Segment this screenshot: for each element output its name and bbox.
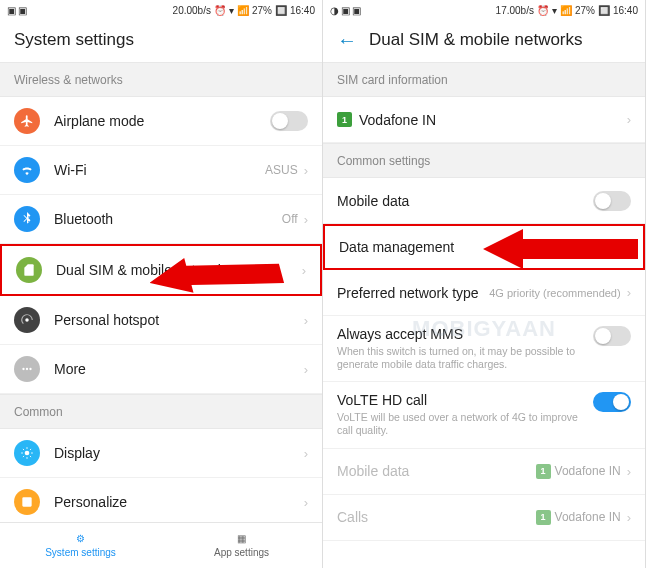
bluetooth-icon (14, 206, 40, 232)
row-bluetooth[interactable]: Bluetooth Off › (0, 195, 322, 244)
row-airplane-mode[interactable]: Airplane mode (0, 97, 322, 146)
image-icon: ▣ (341, 5, 350, 16)
row-personalize[interactable]: Personalize › (0, 478, 322, 527)
row-more[interactable]: More › (0, 345, 322, 394)
chevron-right-icon: › (304, 362, 308, 377)
tab-app-settings[interactable]: ▦ App settings (161, 523, 322, 568)
annotation-arrow (483, 224, 643, 274)
svg-point-3 (29, 368, 31, 370)
row-always-accept-mms[interactable]: Always accept MMS When this switch is tu… (323, 316, 645, 382)
signal-icon: 📶 (237, 5, 249, 16)
battery-icon: 🔲 (598, 5, 610, 16)
hotspot-icon (14, 307, 40, 333)
volte-toggle[interactable] (593, 392, 631, 412)
sim-badge-icon: 1 (337, 112, 352, 127)
alarm-icon: ⏰ (214, 5, 226, 16)
page-header: System settings (0, 20, 322, 62)
battery-pct: 27% (575, 5, 595, 16)
mms-toggle[interactable] (593, 326, 631, 346)
airplane-icon (14, 108, 40, 134)
row-label: Personalize (54, 494, 304, 510)
svg-point-4 (25, 451, 30, 456)
row-label: Calls (337, 509, 536, 525)
row-calls-sim: Calls 1 Vodafone IN › (323, 495, 645, 541)
page-header: ← Dual SIM & mobile networks (323, 20, 645, 62)
chevron-right-icon: › (304, 495, 308, 510)
svg-marker-7 (483, 229, 638, 269)
row-value: 4G priority (recommended) (489, 287, 620, 299)
battery-icon: 🔲 (275, 5, 287, 16)
chevron-right-icon: › (627, 510, 631, 525)
row-label: Vodafone IN (359, 112, 627, 128)
section-common-settings: Common settings (323, 143, 645, 178)
row-sublabel: VoLTE will be used over a network of 4G … (337, 411, 593, 437)
row-label: More (54, 361, 304, 377)
whatsapp-icon: ◑ (330, 5, 339, 16)
row-mobile-data-sim: Mobile data 1 Vodafone IN › (323, 449, 645, 495)
chevron-right-icon: › (627, 285, 631, 300)
section-sim-info: SIM card information (323, 62, 645, 97)
page-title: Dual SIM & mobile networks (369, 30, 583, 50)
status-bar: ▣ ▣ 20.00b/s ⏰ ▾ 📶 27% 🔲 16:40 (0, 0, 322, 20)
net-speed: 20.00b/s (173, 5, 211, 16)
row-value: Vodafone IN (555, 464, 621, 478)
row-label: Mobile data (337, 463, 536, 479)
signal-icon: 📶 (560, 5, 572, 16)
back-arrow-icon[interactable]: ← (337, 30, 357, 50)
row-wifi[interactable]: Wi-Fi ASUS › (0, 146, 322, 195)
row-label: Display (54, 445, 304, 461)
row-label: VoLTE HD call (337, 392, 593, 408)
chevron-right-icon: › (627, 112, 631, 127)
clock: 16:40 (613, 5, 638, 16)
sim-icon (16, 257, 42, 283)
bottom-nav: ⚙ System settings ▦ App settings (0, 522, 322, 568)
alarm-icon: ⏰ (537, 5, 549, 16)
row-label: Preferred network type (337, 285, 489, 301)
wifi-icon: ▾ (552, 5, 557, 16)
row-mobile-data[interactable]: Mobile data (323, 178, 645, 224)
wifi-icon (14, 157, 40, 183)
gear-icon: ⚙ (76, 533, 85, 544)
svg-point-2 (26, 368, 28, 370)
row-value: Off (282, 212, 298, 226)
screen-dual-sim: ◑ ▣ ▣ 17.00b/s ⏰ ▾ 📶 27% 🔲 16:40 ← Dual … (323, 0, 646, 568)
status-bar: ◑ ▣ ▣ 17.00b/s ⏰ ▾ 📶 27% 🔲 16:40 (323, 0, 645, 20)
row-label: Mobile data (337, 193, 593, 209)
chevron-right-icon: › (627, 464, 631, 479)
tab-system-settings[interactable]: ⚙ System settings (0, 523, 161, 568)
battery-pct: 27% (252, 5, 272, 16)
row-label: Airplane mode (54, 113, 270, 129)
row-sublabel: When this switch is turned on, it may be… (337, 345, 593, 371)
row-display[interactable]: Display › (0, 429, 322, 478)
row-label: Wi-Fi (54, 162, 265, 178)
svg-point-0 (25, 318, 29, 322)
personalize-icon (14, 489, 40, 515)
svg-point-1 (22, 368, 24, 370)
image-icon: ▣ (18, 5, 27, 16)
chevron-right-icon: › (304, 212, 308, 227)
row-value: Vodafone IN (555, 510, 621, 524)
grid-icon: ▦ (237, 533, 246, 544)
tab-label: App settings (214, 547, 269, 558)
sim-badge-icon: 1 (536, 510, 551, 525)
page-title: System settings (14, 30, 134, 50)
row-sim1[interactable]: 1 Vodafone IN › (323, 97, 645, 143)
more-icon (14, 356, 40, 382)
airplane-toggle[interactable] (270, 111, 308, 131)
row-volte[interactable]: VoLTE HD call VoLTE will be used over a … (323, 382, 645, 448)
mobile-data-toggle[interactable] (593, 191, 631, 211)
svg-rect-5 (22, 497, 31, 506)
screen-system-settings: ▣ ▣ 20.00b/s ⏰ ▾ 📶 27% 🔲 16:40 System se… (0, 0, 323, 568)
chevron-right-icon: › (304, 446, 308, 461)
row-label: Bluetooth (54, 211, 282, 227)
image-icon: ▣ (7, 5, 16, 16)
row-preferred-network[interactable]: Preferred network type 4G priority (reco… (323, 270, 645, 316)
image-icon: ▣ (352, 5, 361, 16)
annotation-arrow (150, 252, 290, 322)
sim-badge-icon: 1 (536, 464, 551, 479)
clock: 16:40 (290, 5, 315, 16)
net-speed: 17.00b/s (496, 5, 534, 16)
chevron-right-icon: › (304, 163, 308, 178)
display-icon (14, 440, 40, 466)
chevron-right-icon: › (302, 263, 306, 278)
